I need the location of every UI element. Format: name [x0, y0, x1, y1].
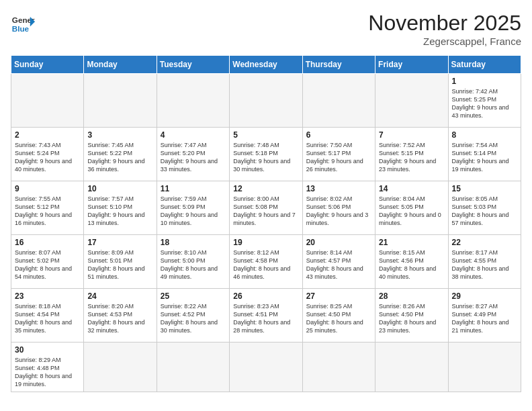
- logo: General Blue: [11, 11, 35, 35]
- day-info: Sunrise: 8:25 AMSunset: 4:50 PMDaylight:…: [306, 302, 371, 335]
- calendar-day-cell: 27Sunrise: 8:25 AMSunset: 4:50 PMDayligh…: [302, 289, 375, 342]
- day-number: 9: [15, 184, 80, 193]
- calendar-day-cell: 2Sunrise: 7:43 AMSunset: 5:24 PMDaylight…: [11, 128, 84, 181]
- weekday-header-wednesday: Wednesday: [230, 56, 302, 74]
- day-info: Sunrise: 8:10 AMSunset: 5:00 PMDaylight:…: [161, 248, 226, 281]
- calendar-day-cell: 13Sunrise: 8:02 AMSunset: 5:06 PMDayligh…: [302, 181, 375, 235]
- calendar-day-cell: 22Sunrise: 8:17 AMSunset: 4:55 PMDayligh…: [448, 235, 521, 289]
- weekday-header-friday: Friday: [375, 56, 448, 74]
- calendar-day-cell: 30Sunrise: 8:29 AMSunset: 4:48 PMDayligh…: [11, 342, 84, 392]
- day-number: 15: [452, 184, 517, 193]
- day-info: Sunrise: 8:00 AMSunset: 5:08 PMDaylight:…: [233, 195, 298, 228]
- day-info: Sunrise: 7:54 AMSunset: 5:14 PMDaylight:…: [452, 141, 517, 174]
- calendar-day-cell: 19Sunrise: 8:12 AMSunset: 4:58 PMDayligh…: [230, 235, 302, 289]
- day-number: 18: [161, 238, 226, 247]
- day-number: 3: [87, 130, 152, 140]
- weekday-header-saturday: Saturday: [448, 56, 521, 74]
- day-info: Sunrise: 7:42 AMSunset: 5:25 PMDaylight:…: [452, 87, 517, 120]
- calendar-day-cell: 25Sunrise: 8:22 AMSunset: 4:52 PMDayligh…: [157, 289, 229, 342]
- day-number: 12: [233, 184, 298, 193]
- calendar-table: SundayMondayTuesdayWednesdayThursdayFrid…: [11, 55, 521, 392]
- calendar-day-cell: [448, 342, 521, 392]
- calendar-day-cell: [157, 342, 229, 392]
- day-number: 8: [452, 130, 517, 140]
- day-info: Sunrise: 8:27 AMSunset: 4:49 PMDaylight:…: [452, 302, 517, 335]
- day-info: Sunrise: 7:52 AMSunset: 5:15 PMDaylight:…: [379, 141, 444, 174]
- calendar-week-row: 30Sunrise: 8:29 AMSunset: 4:48 PMDayligh…: [11, 342, 521, 392]
- calendar-day-cell: 16Sunrise: 8:07 AMSunset: 5:02 PMDayligh…: [11, 235, 84, 289]
- calendar-day-cell: 29Sunrise: 8:27 AMSunset: 4:49 PMDayligh…: [448, 289, 521, 342]
- calendar-day-cell: 4Sunrise: 7:47 AMSunset: 5:20 PMDaylight…: [157, 128, 229, 181]
- day-info: Sunrise: 8:07 AMSunset: 5:02 PMDaylight:…: [15, 248, 80, 281]
- day-info: Sunrise: 8:02 AMSunset: 5:06 PMDaylight:…: [306, 195, 371, 228]
- day-number: 22: [452, 238, 517, 247]
- calendar-day-cell: [302, 74, 375, 128]
- weekday-header-sunday: Sunday: [11, 56, 84, 74]
- calendar-day-cell: [230, 74, 302, 128]
- calendar-week-row: 1Sunrise: 7:42 AMSunset: 5:25 PMDaylight…: [11, 74, 521, 128]
- day-info: Sunrise: 8:23 AMSunset: 4:51 PMDaylight:…: [233, 302, 298, 335]
- calendar-day-cell: 1Sunrise: 7:42 AMSunset: 5:25 PMDaylight…: [448, 74, 521, 128]
- day-number: 4: [161, 130, 226, 140]
- day-number: 23: [15, 291, 80, 301]
- calendar-day-cell: [230, 342, 302, 392]
- calendar-day-cell: 14Sunrise: 8:04 AMSunset: 5:05 PMDayligh…: [375, 181, 448, 235]
- calendar-day-cell: 5Sunrise: 7:48 AMSunset: 5:18 PMDaylight…: [230, 128, 302, 181]
- day-info: Sunrise: 8:26 AMSunset: 4:50 PMDaylight:…: [379, 302, 444, 335]
- day-info: Sunrise: 7:50 AMSunset: 5:17 PMDaylight:…: [306, 141, 371, 174]
- month-title: November 2025: [368, 11, 521, 36]
- calendar-day-cell: [375, 74, 448, 128]
- calendar-day-cell: 23Sunrise: 8:18 AMSunset: 4:54 PMDayligh…: [11, 289, 84, 342]
- calendar-week-row: 23Sunrise: 8:18 AMSunset: 4:54 PMDayligh…: [11, 289, 521, 342]
- calendar-day-cell: 6Sunrise: 7:50 AMSunset: 5:17 PMDaylight…: [302, 128, 375, 181]
- calendar-day-cell: 8Sunrise: 7:54 AMSunset: 5:14 PMDaylight…: [448, 128, 521, 181]
- day-info: Sunrise: 8:12 AMSunset: 4:58 PMDaylight:…: [233, 248, 298, 281]
- day-info: Sunrise: 8:22 AMSunset: 4:52 PMDaylight:…: [161, 302, 226, 335]
- day-number: 16: [15, 238, 80, 247]
- day-info: Sunrise: 8:04 AMSunset: 5:05 PMDaylight:…: [379, 195, 444, 228]
- day-info: Sunrise: 7:59 AMSunset: 5:09 PMDaylight:…: [161, 195, 226, 228]
- calendar-day-cell: 26Sunrise: 8:23 AMSunset: 4:51 PMDayligh…: [230, 289, 302, 342]
- day-number: 1: [452, 77, 517, 86]
- day-info: Sunrise: 8:15 AMSunset: 4:56 PMDaylight:…: [379, 248, 444, 281]
- day-number: 26: [233, 291, 298, 301]
- title-area: November 2025 Zegerscappel, France: [368, 11, 521, 47]
- day-info: Sunrise: 8:05 AMSunset: 5:03 PMDaylight:…: [452, 195, 517, 228]
- calendar-week-row: 16Sunrise: 8:07 AMSunset: 5:02 PMDayligh…: [11, 235, 521, 289]
- calendar-week-row: 9Sunrise: 7:55 AMSunset: 5:12 PMDaylight…: [11, 181, 521, 235]
- day-info: Sunrise: 7:43 AMSunset: 5:24 PMDaylight:…: [15, 141, 80, 174]
- calendar-day-cell: [84, 74, 157, 128]
- day-number: 13: [306, 184, 371, 193]
- day-number: 25: [161, 291, 226, 301]
- calendar-day-cell: 11Sunrise: 7:59 AMSunset: 5:09 PMDayligh…: [157, 181, 229, 235]
- day-number: 5: [233, 130, 298, 140]
- day-number: 17: [87, 238, 152, 247]
- day-number: 11: [161, 184, 226, 193]
- day-info: Sunrise: 7:57 AMSunset: 5:10 PMDaylight:…: [87, 195, 152, 228]
- calendar-day-cell: [302, 342, 375, 392]
- calendar-day-cell: 7Sunrise: 7:52 AMSunset: 5:15 PMDaylight…: [375, 128, 448, 181]
- calendar-day-cell: 12Sunrise: 8:00 AMSunset: 5:08 PMDayligh…: [230, 181, 302, 235]
- day-number: 21: [379, 238, 444, 247]
- logo-icon: General Blue: [11, 11, 35, 35]
- day-info: Sunrise: 8:17 AMSunset: 4:55 PMDaylight:…: [452, 248, 517, 281]
- day-number: 29: [452, 291, 517, 301]
- day-info: Sunrise: 8:14 AMSunset: 4:57 PMDaylight:…: [306, 248, 371, 281]
- day-info: Sunrise: 8:18 AMSunset: 4:54 PMDaylight:…: [15, 302, 80, 335]
- calendar-day-cell: 10Sunrise: 7:57 AMSunset: 5:10 PMDayligh…: [84, 181, 157, 235]
- calendar-day-cell: 18Sunrise: 8:10 AMSunset: 5:00 PMDayligh…: [157, 235, 229, 289]
- calendar-day-cell: 9Sunrise: 7:55 AMSunset: 5:12 PMDaylight…: [11, 181, 84, 235]
- day-number: 27: [306, 291, 371, 301]
- day-number: 30: [15, 345, 80, 355]
- calendar-day-cell: [11, 74, 84, 128]
- weekday-header-thursday: Thursday: [302, 56, 375, 74]
- weekday-header-tuesday: Tuesday: [157, 56, 229, 74]
- day-info: Sunrise: 8:29 AMSunset: 4:48 PMDaylight:…: [15, 356, 80, 389]
- calendar-day-cell: 17Sunrise: 8:09 AMSunset: 5:01 PMDayligh…: [84, 235, 157, 289]
- location-title: Zegerscappel, France: [368, 36, 521, 47]
- day-number: 7: [379, 130, 444, 140]
- calendar-day-cell: [375, 342, 448, 392]
- day-number: 28: [379, 291, 444, 301]
- day-number: 19: [233, 238, 298, 247]
- day-number: 2: [15, 130, 80, 140]
